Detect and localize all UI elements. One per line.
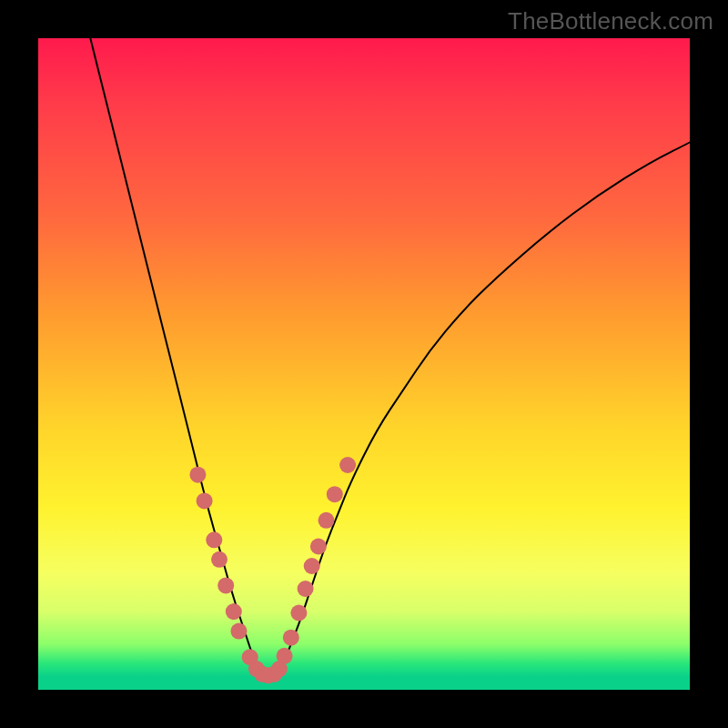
data-point	[217, 577, 234, 593]
data-point	[211, 551, 228, 568]
data-point	[318, 512, 335, 529]
watermark-text: TheBottleneck.com	[508, 7, 713, 35]
data-point	[189, 467, 206, 483]
data-point	[283, 630, 299, 646]
data-point	[339, 457, 356, 473]
data-point	[304, 558, 320, 574]
data-point	[206, 531, 222, 548]
data-point	[197, 492, 213, 509]
data-point	[231, 623, 248, 640]
data-point	[226, 603, 242, 620]
chart-frame: TheBottleneck.com	[0, 0, 728, 728]
data-point	[277, 648, 293, 664]
marker-group	[189, 457, 356, 683]
bottleneck-curve	[90, 38, 690, 677]
plot-area	[38, 38, 690, 690]
data-point	[310, 539, 327, 555]
data-point	[298, 581, 314, 597]
data-point	[290, 605, 307, 622]
data-point	[327, 486, 343, 502]
curve-svg	[38, 38, 690, 690]
